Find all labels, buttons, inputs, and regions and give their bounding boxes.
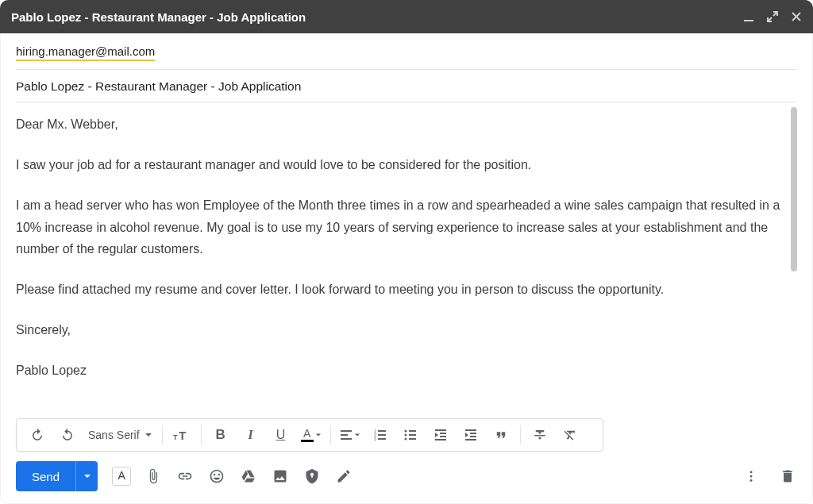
pen-icon[interactable] — [334, 467, 353, 486]
text-color-tool-icon[interactable]: A — [112, 467, 131, 486]
underline-icon[interactable]: U — [267, 422, 295, 448]
send-button[interactable]: Send — [16, 461, 75, 491]
separator — [201, 425, 202, 444]
svg-rect-9 — [378, 430, 386, 432]
subject-field[interactable]: Pablo Lopez - Restaurant Manager - Job A… — [16, 70, 797, 102]
body-paragraph: I am a head server who has won Employee … — [16, 194, 783, 260]
svg-rect-15 — [409, 430, 416, 432]
chevron-down-icon — [83, 472, 91, 480]
more-icon[interactable] — [742, 467, 761, 486]
scrollbar[interactable] — [791, 107, 797, 271]
text-color-icon[interactable]: A — [297, 422, 326, 448]
compose-window: Pablo Lopez - Restaurant Manager - Job A… — [0, 0, 813, 504]
svg-rect-19 — [440, 433, 446, 434]
svg-rect-0 — [744, 20, 753, 21]
body-paragraph: Sincerely, — [16, 319, 783, 340]
message-body[interactable]: Dear Mx. Webber, I saw your job ad for a… — [16, 102, 797, 418]
svg-point-14 — [404, 438, 406, 441]
separator — [330, 425, 331, 444]
send-group: Send — [16, 461, 98, 491]
body-paragraph: Dear Mx. Webber, — [16, 113, 783, 135]
quote-icon[interactable] — [487, 422, 515, 448]
svg-rect-20 — [440, 436, 446, 437]
attach-icon[interactable] — [144, 467, 163, 486]
svg-rect-10 — [378, 434, 386, 436]
svg-point-28 — [750, 479, 753, 482]
numbered-list-icon[interactable]: 123 — [366, 422, 395, 448]
svg-point-26 — [750, 471, 753, 473]
font-size-icon[interactable]: TT — [168, 422, 196, 448]
chevron-down-icon — [144, 431, 152, 439]
align-icon[interactable] — [336, 422, 364, 448]
indent-more-icon[interactable] — [457, 422, 485, 448]
window-actions — [743, 11, 802, 22]
send-options-button[interactable] — [75, 461, 98, 491]
image-icon[interactable] — [271, 467, 290, 486]
titlebar: Pablo Lopez - Restaurant Manager - Job A… — [0, 0, 813, 33]
body-paragraph: Pablo Lopez — [16, 360, 783, 381]
format-toolbar: Sans Serif TT B I U A — [16, 418, 603, 452]
svg-rect-25 — [465, 439, 476, 441]
separator — [162, 425, 163, 444]
svg-rect-24 — [470, 436, 476, 437]
redo-icon[interactable] — [53, 422, 82, 448]
separator — [520, 425, 521, 444]
drive-icon[interactable] — [239, 467, 258, 486]
compose-tools: A — [112, 467, 734, 486]
minimize-icon[interactable] — [743, 11, 754, 22]
svg-text:3: 3 — [374, 437, 376, 441]
emoji-icon[interactable] — [207, 467, 226, 486]
svg-rect-5 — [341, 438, 352, 440]
svg-rect-22 — [465, 429, 476, 431]
italic-icon[interactable]: I — [237, 422, 265, 448]
window-title: Pablo Lopez - Restaurant Manager - Job A… — [11, 10, 743, 24]
recipients-field[interactable]: hiring.manager@mail.com — [16, 33, 797, 70]
svg-rect-23 — [470, 433, 476, 434]
undo-icon[interactable] — [23, 422, 52, 448]
svg-text:T: T — [173, 433, 178, 441]
trash-icon[interactable] — [778, 467, 797, 486]
svg-rect-11 — [378, 438, 386, 440]
remove-format-icon[interactable] — [556, 422, 584, 448]
svg-text:T: T — [179, 429, 186, 442]
svg-rect-4 — [341, 434, 348, 436]
bold-icon[interactable]: B — [206, 422, 235, 448]
svg-rect-16 — [409, 434, 416, 436]
svg-rect-18 — [435, 429, 446, 431]
link-icon[interactable] — [175, 467, 195, 486]
confidential-icon[interactable] — [302, 467, 322, 486]
font-family-label: Sans Serif — [88, 429, 140, 441]
body-paragraph: I saw your job ad for a restaurant manag… — [16, 154, 783, 175]
svg-rect-3 — [341, 430, 352, 432]
font-family-picker[interactable]: Sans Serif — [83, 422, 157, 448]
bottom-right-actions — [742, 467, 797, 486]
bulleted-list-icon[interactable] — [396, 422, 425, 448]
bottom-bar: Send A — [0, 458, 813, 504]
svg-point-13 — [404, 434, 406, 437]
compose-content: hiring.manager@mail.com Pablo Lopez - Re… — [0, 33, 813, 458]
indent-less-icon[interactable] — [426, 422, 455, 448]
svg-rect-17 — [409, 438, 416, 440]
close-icon[interactable] — [791, 11, 802, 22]
chevron-down-icon — [354, 432, 360, 438]
svg-point-27 — [750, 475, 753, 478]
recipient-chip[interactable]: hiring.manager@mail.com — [16, 44, 155, 61]
svg-rect-21 — [435, 439, 446, 441]
strikethrough-icon[interactable] — [526, 422, 554, 448]
expand-icon[interactable] — [767, 11, 778, 22]
body-area: Dear Mx. Webber, I saw your job ad for a… — [16, 102, 797, 418]
svg-point-12 — [404, 430, 406, 433]
body-paragraph: Please find attached my resume and cover… — [16, 279, 783, 300]
chevron-down-icon — [315, 432, 322, 438]
